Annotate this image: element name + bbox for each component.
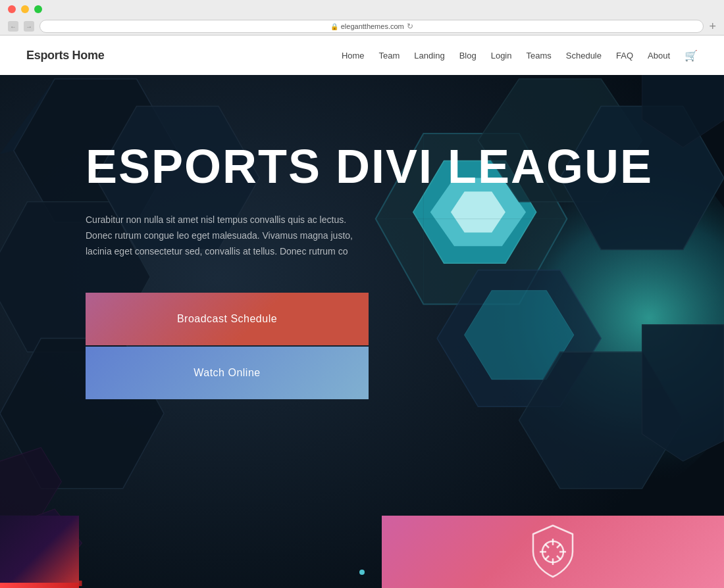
forward-icon: → — [26, 23, 32, 30]
svg-line-30 — [557, 544, 561, 548]
hero-section: Esports Divi League Curabitur non nulla … — [0, 75, 724, 588]
browser-titlebar — [0, 0, 724, 18]
close-button[interactable] — [8, 5, 16, 13]
scroll-indicator — [359, 570, 365, 575]
nav-team[interactable]: Team — [379, 51, 400, 61]
shield-icon — [527, 522, 579, 581]
broadcast-button-label: Broadcast Schedule — [177, 313, 277, 325]
url-text: elegantthemes.com — [341, 22, 404, 30]
website: Esports Home Home Team Landing Blog Logi… — [0, 36, 724, 588]
back-icon: ← — [10, 23, 16, 30]
nav-schedule[interactable]: Schedule — [566, 51, 602, 61]
forward-button[interactable]: → — [24, 21, 34, 32]
svg-line-28 — [545, 544, 549, 548]
browser-toolbar: ← → 🔒 elegantthemes.com ↻ + — [0, 18, 724, 35]
back-button[interactable]: ← — [8, 21, 18, 32]
hero-description: Curabitur non nulla sit amet nisl tempus… — [86, 212, 362, 259]
shield-icon-wrapper — [527, 522, 579, 581]
bottom-right-panel — [382, 516, 724, 588]
minimize-button[interactable] — [21, 5, 29, 13]
bottom-left-accent — [0, 583, 79, 588]
new-tab-button[interactable]: + — [709, 20, 716, 34]
hero-buttons: Broadcast Schedule Watch Online — [86, 293, 369, 399]
browser-chrome: ← → 🔒 elegantthemes.com ↻ + — [0, 0, 724, 36]
bottom-section-peek — [0, 516, 724, 588]
lock-icon: 🔒 — [330, 23, 338, 30]
cart-icon[interactable]: 🛒 — [685, 49, 698, 62]
maximize-button[interactable] — [34, 5, 42, 13]
navigation: Esports Home Home Team Landing Blog Logi… — [0, 36, 724, 75]
hero-title: Esports Divi League — [86, 141, 724, 193]
bottom-left-panel — [0, 516, 79, 588]
nav-faq[interactable]: FAQ — [616, 51, 633, 61]
nav-blog[interactable]: Blog — [459, 51, 477, 61]
site-logo[interactable]: Esports Home — [26, 49, 104, 62]
nav-teams[interactable]: Teams — [526, 51, 551, 61]
watch-online-button[interactable]: Watch Online — [86, 347, 369, 399]
nav-login[interactable]: Login — [491, 51, 512, 61]
watch-button-label: Watch Online — [194, 367, 260, 379]
nav-about[interactable]: About — [648, 51, 670, 61]
refresh-icon[interactable]: ↻ — [407, 22, 413, 31]
nav-home[interactable]: Home — [342, 51, 365, 61]
svg-line-31 — [545, 556, 549, 560]
nav-landing[interactable]: Landing — [414, 51, 444, 61]
broadcast-schedule-button[interactable]: Broadcast Schedule — [86, 293, 369, 345]
url-bar[interactable]: 🔒 elegantthemes.com ↻ — [39, 20, 704, 33]
svg-line-29 — [557, 556, 561, 560]
nav-links: Home Team Landing Blog Login Teams Sched… — [342, 49, 698, 62]
hero-content: Esports Divi League Curabitur non nulla … — [0, 75, 724, 399]
